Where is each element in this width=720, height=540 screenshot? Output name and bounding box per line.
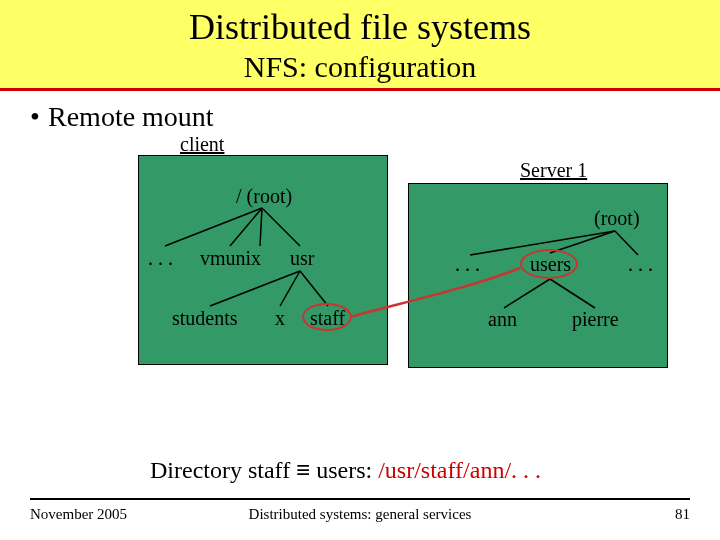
server-dots-left: . . .: [455, 253, 480, 276]
footer-course: Distributed systems: general services: [30, 506, 690, 523]
mapping-path: /usr/staff/ann/. . .: [378, 457, 541, 483]
client-dots-left: . . .: [148, 247, 173, 270]
bullet-text: Remote mount: [48, 101, 214, 132]
mapping-prefix: Directory staff: [150, 457, 296, 483]
mapping-line: Directory staff ≡ users: /usr/staff/ann/…: [150, 456, 541, 484]
bullet-remote-mount: •Remote mount: [30, 101, 720, 133]
slide-title: Distributed file systems: [0, 6, 720, 48]
server-root-label: (root): [594, 207, 640, 230]
node-vmunix: vmunix: [200, 247, 261, 270]
equiv-symbol-icon: ≡: [296, 456, 310, 483]
mapping-mid: users:: [310, 457, 378, 483]
slide-subtitle: NFS: configuration: [0, 50, 720, 84]
node-pierre: pierre: [572, 308, 619, 331]
node-usr: usr: [290, 247, 314, 270]
node-ann: ann: [488, 308, 517, 331]
footer-rule: [30, 498, 690, 500]
client-root-label: / (root): [236, 185, 292, 208]
title-underline: [0, 88, 720, 91]
bullet-dot-icon: •: [30, 101, 48, 133]
highlight-users-icon: [520, 249, 578, 279]
client-label: client: [180, 133, 224, 156]
node-students: students: [172, 307, 238, 330]
slide-footer: November 2005 Distributed systems: gener…: [30, 506, 690, 523]
nfs-mount-diagram: client Server 1 / (root) (root) . . . vm…: [0, 133, 720, 403]
server-dots-right: . . .: [628, 253, 653, 276]
server-label: Server 1: [520, 159, 587, 182]
node-x: x: [275, 307, 285, 330]
highlight-staff-icon: [302, 303, 352, 331]
